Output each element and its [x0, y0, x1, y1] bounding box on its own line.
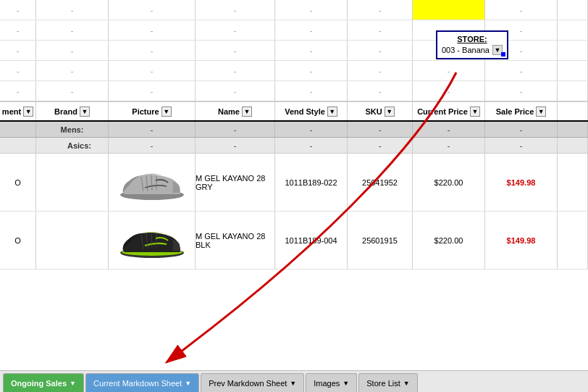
filter-price[interactable]: ▼: [470, 107, 480, 117]
partial-row-1: - - - - - - -: [0, 0, 588, 20]
filter-sale[interactable]: ▼: [536, 107, 546, 117]
filter-name[interactable]: ▼: [242, 107, 252, 117]
row1-extra: [558, 154, 588, 211]
group-row-mens: Mens: - - - - - -: [0, 122, 588, 138]
cell: -: [275, 81, 348, 101]
group-price-cell: -: [413, 122, 485, 137]
filter-picture[interactable]: ▼: [161, 107, 172, 117]
tab-dropdown-arrow[interactable]: ▼: [185, 380, 191, 387]
table-row: O M GEL KAYANO 28 BLK 1: [0, 212, 588, 270]
cell: [413, 0, 485, 20]
cell: -: [36, 20, 109, 40]
subgroup-row-asics: Asics: - - - - - -: [0, 138, 588, 154]
header-brand: Brand ▼: [36, 102, 109, 120]
header-sku: SKU ▼: [348, 102, 413, 120]
tab-dropdown-arrow[interactable]: ▼: [403, 380, 410, 387]
cell: -: [196, 81, 275, 101]
cell: -: [36, 61, 109, 80]
cell: -: [196, 0, 275, 20]
cell: -: [413, 61, 485, 80]
subgroup-sku-cell: -: [348, 138, 413, 153]
cell: -: [196, 41, 275, 60]
cell: -: [0, 41, 36, 60]
row2-picture: [109, 212, 196, 269]
cell: -: [348, 61, 413, 80]
store-dropdown[interactable]: STORE: 003 - Banana ▼: [436, 30, 508, 59]
row1-picture: [109, 154, 196, 211]
row1-price: $220.00: [413, 154, 485, 211]
row2-brand: [36, 212, 109, 269]
tab-store-list[interactable]: Store List ▼: [358, 373, 417, 392]
header-extra: [558, 102, 588, 120]
cell: -: [275, 0, 348, 20]
tab-prev-markdown[interactable]: Prev Markdown Sheet ▼: [201, 373, 304, 392]
group-extra-cell: [558, 122, 588, 137]
cell: -: [275, 61, 348, 80]
subgroup-vend-cell: -: [275, 138, 348, 153]
subgroup-price-cell: -: [413, 138, 485, 153]
row1-ment: O: [0, 154, 36, 211]
cell: -: [109, 41, 196, 60]
filter-ment[interactable]: ▼: [23, 107, 33, 117]
cell: -: [348, 41, 413, 60]
tab-current-markdown[interactable]: Current Markdown Sheet ▼: [85, 373, 199, 392]
row2-extra: [558, 212, 588, 269]
subgroup-name-cell: -: [196, 138, 275, 153]
cell: -: [485, 81, 558, 101]
group-name-cell: -: [196, 122, 275, 137]
cell: -: [0, 61, 36, 80]
filter-brand[interactable]: ▼: [80, 107, 90, 117]
group-vend-cell: -: [275, 122, 348, 137]
header-name: Name ▼: [196, 102, 275, 120]
row2-name: M GEL KAYANO 28 BLK: [196, 212, 275, 269]
table-row: O M GEL KAYANO 28 GRY 1011B189: [0, 154, 588, 212]
partial-row-5: - - - - - - - -: [0, 81, 588, 101]
subgroup-ment-cell: [0, 138, 36, 153]
cell: -: [348, 0, 413, 20]
blue-dot-indicator: [501, 52, 505, 57]
cell: -: [196, 20, 275, 40]
row2-sale-price: $149.98: [485, 212, 558, 269]
filter-vend[interactable]: ▼: [327, 107, 337, 117]
group-label-cell: Mens:: [36, 122, 109, 137]
subgroup-label-cell: Asics:: [36, 138, 109, 153]
cell: -: [0, 20, 36, 40]
tab-dropdown-arrow[interactable]: ▼: [343, 380, 349, 387]
subgroup-pic-cell: -: [109, 138, 196, 153]
tab-ongoing-sales[interactable]: Ongoing Sales ▼: [3, 373, 84, 392]
cell: [558, 61, 588, 80]
tab-images[interactable]: Images ▼: [306, 373, 357, 392]
row2-ment: O: [0, 212, 36, 269]
group-sale-cell: -: [485, 122, 558, 137]
tab-dropdown-arrow[interactable]: ▼: [70, 380, 76, 387]
cell: [558, 81, 588, 101]
subgroup-extra-cell: [558, 138, 588, 153]
cell: -: [109, 0, 196, 20]
header-sale-price: Sale Price ▼: [485, 102, 558, 120]
row1-sale-price: $149.98: [485, 154, 558, 211]
filter-sku[interactable]: ▼: [385, 107, 395, 117]
cell: [558, 20, 588, 40]
group-sku-cell: -: [348, 122, 413, 137]
cell: -: [348, 81, 413, 101]
cell: -: [275, 20, 348, 40]
header-picture: Picture ▼: [109, 102, 196, 120]
row2-price: $220.00: [413, 212, 485, 269]
cell: -: [485, 61, 558, 80]
cell: -: [413, 81, 485, 101]
row1-name: M GEL KAYANO 28 GRY: [196, 154, 275, 211]
tab-dropdown-arrow[interactable]: ▼: [290, 380, 296, 387]
row2-sku: 25601915: [348, 212, 413, 269]
subgroup-sale-cell: -: [485, 138, 558, 153]
partial-row-4: - - - - - - - -: [0, 61, 588, 81]
cell: -: [109, 81, 196, 101]
shoe-image-1: [116, 162, 188, 202]
cell: -: [36, 41, 109, 60]
cell: -: [109, 61, 196, 80]
cell: -: [36, 81, 109, 101]
cell: -: [275, 41, 348, 60]
group-ment-cell: [0, 122, 36, 137]
cell: -: [0, 81, 36, 101]
cell: -: [36, 0, 109, 20]
cell: -: [348, 20, 413, 40]
